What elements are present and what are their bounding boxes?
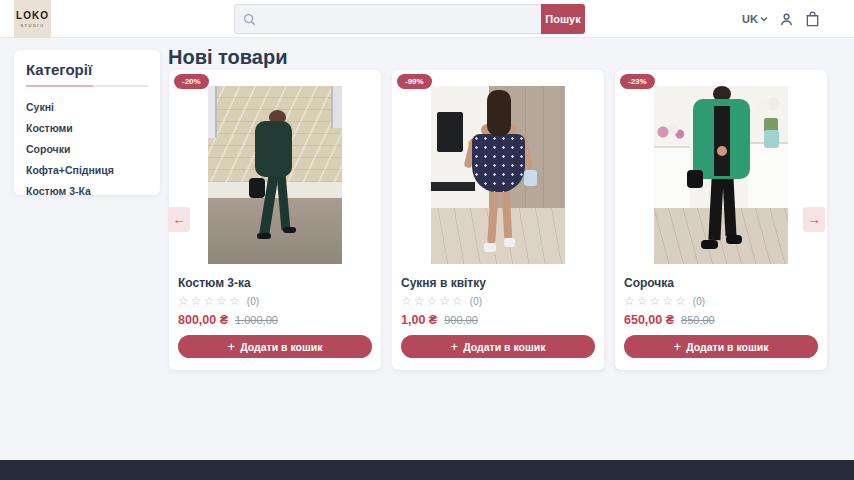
discount-badge: -23% <box>620 74 655 89</box>
cart-icon[interactable] <box>805 11 820 27</box>
add-to-cart-button[interactable]: + Додати в кошик <box>624 335 818 358</box>
category-list: Сукні Костюми Сорочки Кофта+Спідниця Кос… <box>26 96 148 201</box>
star-icons[interactable]: ☆☆☆☆☆ <box>178 295 242 307</box>
product-old-price: 850,00 <box>681 314 715 326</box>
categories-title: Категорії <box>26 61 148 78</box>
arrow-left-icon: ← <box>173 212 186 227</box>
figure-shoe <box>726 235 742 244</box>
product-prices: 800,00 ₴ 1.000,00 <box>178 313 372 327</box>
figure-shoe <box>257 233 271 239</box>
figure-dress <box>472 134 525 192</box>
user-icon[interactable] <box>779 12 794 27</box>
figure-torso <box>255 121 292 177</box>
photo-window <box>331 86 342 128</box>
photo-flowers <box>656 122 684 142</box>
product-title[interactable]: Сорочка <box>624 276 818 290</box>
product-info: Сорочка ☆☆☆☆☆ (0) 650,00 ₴ 850,00 + Дода… <box>615 264 827 358</box>
search-input[interactable] <box>262 5 533 33</box>
figure-top <box>714 106 730 176</box>
product-title[interactable]: Костюм 3-ка <box>178 276 372 290</box>
language-selector[interactable]: UK <box>742 13 768 25</box>
product-old-price: 900,00 <box>444 314 478 326</box>
star-icons[interactable]: ☆☆☆☆☆ <box>401 295 465 307</box>
star-icons[interactable]: ☆☆☆☆☆ <box>624 295 688 307</box>
plus-icon: + <box>674 340 682 353</box>
figure-shoe <box>701 240 718 249</box>
photo-window <box>208 86 217 138</box>
add-to-cart-label: Додати в кошик <box>686 341 768 353</box>
product-price: 1,00 ₴ <box>401 313 437 327</box>
category-item-kofta-spidnytsia[interactable]: Кофта+Спідниця <box>26 159 148 180</box>
plus-icon: + <box>451 340 459 353</box>
product-rating: ☆☆☆☆☆ (0) <box>401 295 595 307</box>
footer <box>0 460 854 480</box>
search-icon <box>243 13 256 26</box>
product-info: Сукня в квітку ☆☆☆☆☆ (0) 1,00 ₴ 900,00 +… <box>392 264 604 358</box>
category-item-kostiumy[interactable]: Костюми <box>26 117 148 138</box>
page: LOKO STUDIO Пошук UK <box>0 0 854 480</box>
rating-count: (0) <box>247 296 259 307</box>
product-image[interactable] <box>431 86 565 264</box>
logo-subtitle: STUDIO <box>20 23 44 28</box>
figure-bag <box>524 170 537 186</box>
product-rating: ☆☆☆☆☆ (0) <box>624 295 818 307</box>
product-info: Костюм 3-ка ☆☆☆☆☆ (0) 800,00 ₴ 1.000,00 … <box>169 264 381 358</box>
add-to-cart-button[interactable]: + Додати в кошик <box>178 335 372 358</box>
logo[interactable]: LOKO STUDIO <box>14 0 51 38</box>
carousel-next-button[interactable]: → <box>803 207 825 232</box>
categories-divider <box>26 85 148 87</box>
photo-vase <box>764 130 779 148</box>
figure-hand <box>717 146 727 156</box>
product-image[interactable] <box>208 86 342 264</box>
discount-badge: -20% <box>174 74 209 89</box>
carousel-prev-button[interactable]: ← <box>168 207 190 232</box>
language-label: UK <box>742 13 758 25</box>
photo-ground <box>208 198 342 264</box>
rating-count: (0) <box>470 296 482 307</box>
categories-panel: Категорії Сукні Костюми Сорочки Кофта+Сп… <box>14 50 160 195</box>
figure-shoe <box>283 227 296 233</box>
header-actions: UK <box>742 0 820 38</box>
product-prices: 1,00 ₴ 900,00 <box>401 313 595 327</box>
product-price: 800,00 ₴ <box>178 313 228 327</box>
product-card[interactable]: -99% Сукня в квітку ☆☆☆☆☆ (0) <box>392 70 604 370</box>
figure-shoe <box>504 238 515 247</box>
plus-icon: + <box>228 340 236 353</box>
arrow-right-icon: → <box>808 212 821 227</box>
discount-badge: -99% <box>397 74 432 89</box>
product-rating: ☆☆☆☆☆ (0) <box>178 295 372 307</box>
figure-bag <box>249 178 265 198</box>
photo-floor <box>431 208 565 264</box>
add-to-cart-button[interactable]: + Додати в кошик <box>401 335 595 358</box>
category-item-kostium-3ka[interactable]: Костюм 3-Ка <box>26 180 148 201</box>
chevron-down-icon <box>760 16 768 22</box>
add-to-cart-label: Додати в кошик <box>463 341 545 353</box>
product-image[interactable] <box>654 86 788 264</box>
figure-shoe <box>484 243 496 252</box>
product-price: 650,00 ₴ <box>624 313 674 327</box>
product-card[interactable]: -20% Костюм 3-ка ☆☆☆☆☆ (0) 800,00 ₴ 1.00… <box>169 70 381 370</box>
logo-title: LOKO <box>16 11 49 21</box>
category-item-sukni[interactable]: Сукні <box>26 96 148 117</box>
product-card[interactable]: -23% Сорочка ☆☆☆☆☆ (0) <box>615 70 827 370</box>
header: LOKO STUDIO Пошук UK <box>0 0 854 38</box>
photo-counter <box>654 146 690 208</box>
photo-tv <box>437 112 463 152</box>
product-prices: 650,00 ₴ 850,00 <box>624 313 818 327</box>
add-to-cart-label: Додати в кошик <box>240 341 322 353</box>
product-title[interactable]: Сукня в квітку <box>401 276 595 290</box>
figure-bag <box>687 170 703 188</box>
figure-hair <box>487 90 511 136</box>
photo-counter <box>748 142 788 208</box>
page-title: Нові товари <box>168 46 287 69</box>
photo-shelf <box>431 182 475 191</box>
search-box <box>234 4 541 34</box>
rating-count: (0) <box>693 296 705 307</box>
search-button[interactable]: Пошук <box>541 4 585 34</box>
category-item-sorochky[interactable]: Сорочки <box>26 138 148 159</box>
product-old-price: 1.000,00 <box>235 314 278 326</box>
search-bar: Пошук <box>234 4 585 34</box>
